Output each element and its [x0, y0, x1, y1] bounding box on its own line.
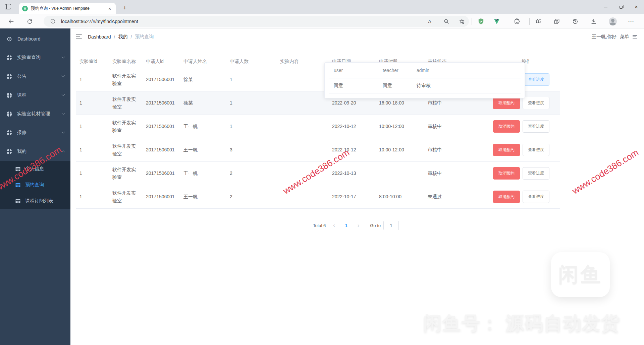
download-icon	[590, 18, 597, 25]
cell-applicant-name: 王一帆	[180, 190, 226, 203]
menu-icon[interactable]	[633, 35, 637, 39]
settings-menu-button[interactable]: ···	[627, 17, 636, 26]
cell-content	[277, 124, 329, 129]
refresh-button[interactable]	[25, 17, 34, 26]
cell-actions: 取消预约 查看进度	[490, 167, 560, 180]
chevron-down-icon	[62, 74, 65, 77]
cell-time: 10:00-12:00	[376, 143, 424, 156]
breadcrumb-dashboard[interactable]: Dashboard	[88, 34, 111, 40]
sidebar-item-dashboard[interactable]: Dashboard	[0, 29, 70, 48]
favorites-bar-button[interactable]	[534, 17, 543, 26]
tab-title: 预约查询 - Vue Admin Template	[31, 6, 107, 11]
vue-devtools-extension-button[interactable]	[492, 17, 501, 26]
sidebar-item-label: Dashboard	[17, 36, 41, 42]
chevron-down-icon	[62, 130, 65, 133]
cancel-appointment-button[interactable]: 取消预约	[493, 120, 520, 133]
sidebar-item-announcement[interactable]: 公告	[0, 67, 70, 86]
column-header-lab-id: 实验室id	[76, 57, 109, 66]
popover-header-user: user	[329, 68, 378, 73]
table-icon	[15, 183, 20, 187]
breadcrumb-mine[interactable]: 我的	[118, 34, 127, 40]
cell-lab-id: 1	[76, 143, 109, 156]
page-number-1[interactable]: 1	[345, 223, 347, 228]
view-progress-button[interactable]: 查看进度	[523, 167, 549, 180]
sidebar-item-label: 实验室耗材管理	[17, 111, 50, 117]
puzzle-icon	[514, 18, 520, 25]
browser-tab[interactable]: V 预约查询 - Vue Admin Template ×	[19, 3, 116, 14]
cell-applicant-id: 20171506001	[143, 73, 180, 86]
site-info-icon[interactable]	[48, 17, 58, 26]
cell-status: 审核中	[424, 167, 490, 180]
collections-button[interactable]	[552, 17, 561, 26]
view-progress-button[interactable]: 查看进度	[523, 191, 549, 203]
navbar-user-area: 王一帆,你好 菜单	[592, 34, 637, 40]
cell-lab-name: 软件开发实验室	[109, 163, 143, 184]
cell-applicant-id: 20171506001	[143, 190, 180, 203]
view-progress-button[interactable]: 查看进度	[523, 120, 549, 133]
address-bar[interactable]: localhost:9527/#/my/findAppointment A	[44, 16, 469, 27]
close-button[interactable]: ×	[629, 0, 644, 14]
prev-page-button[interactable]: ‹	[331, 222, 337, 228]
sidebar-item-lab-materials[interactable]: 实验室耗材管理	[0, 105, 70, 123]
popover-header-teacher: teacher	[378, 68, 412, 73]
hamburger-icon[interactable]	[76, 34, 82, 39]
breadcrumb-separator: /	[114, 34, 115, 40]
toolbar-divider	[472, 18, 472, 25]
cell-applicant-id: 20171506001	[143, 143, 180, 156]
sidebar-item-course[interactable]: 课程	[0, 86, 70, 105]
sidebar-item-lab-query[interactable]: 实验室查询	[0, 48, 70, 67]
url-text[interactable]: localhost:9527/#/my/findAppointment	[61, 19, 465, 24]
read-aloud-icon[interactable]: A	[425, 17, 435, 26]
toolbar-divider	[529, 18, 530, 25]
cancel-appointment-button[interactable]: 取消预约	[493, 144, 520, 156]
cell-content	[277, 194, 329, 200]
sidebar-item-course-subscriptions[interactable]: 课程订阅列表	[0, 193, 70, 209]
next-page-button[interactable]: ›	[356, 222, 361, 228]
minimize-button[interactable]	[598, 0, 613, 14]
add-favorite-icon[interactable]	[457, 17, 467, 26]
zoom-out-icon[interactable]	[441, 17, 451, 26]
view-progress-button[interactable]: 查看进度	[523, 73, 549, 86]
cell-status: 审核中	[424, 143, 490, 156]
tab-actions-icon[interactable]	[5, 4, 11, 9]
goto-page-input[interactable]	[383, 221, 399, 230]
cell-time	[376, 171, 424, 176]
cell-lab-id: 1	[76, 120, 109, 133]
xianyu-logo: 闲鱼	[551, 252, 610, 297]
cell-lab-name: 软件开发实验室	[109, 93, 143, 113]
view-progress-button[interactable]: 查看进度	[523, 97, 549, 109]
extensions-button[interactable]	[513, 17, 521, 26]
cell-content	[277, 100, 329, 106]
cell-date: 2022-09-20	[329, 96, 376, 109]
avatar	[609, 17, 617, 25]
cell-lab-id: 1	[76, 96, 109, 109]
xianyu-watermark-text: 闲鱼号： 源码自动发货	[423, 311, 620, 336]
tab-close-icon[interactable]: ×	[107, 6, 113, 12]
vue-favicon-icon: V	[22, 6, 28, 11]
user-menu-button[interactable]: 菜单	[620, 34, 629, 40]
view-progress-button[interactable]: 查看进度	[523, 144, 549, 156]
cell-time: 10:00-12:00	[376, 120, 424, 133]
table-row: 1 软件开发实验室 20171506001 王一帆 3 2022-10-12 1…	[76, 138, 560, 162]
cell-people: 2	[226, 167, 277, 180]
browser-titlebar: V 预约查询 - Vue Admin Template × + ×	[0, 0, 644, 14]
cancel-appointment-button[interactable]: 取消预约	[493, 97, 520, 109]
adguard-extension-button[interactable]	[477, 17, 485, 26]
cancel-appointment-button[interactable]: 取消预约	[493, 191, 520, 203]
downloads-button[interactable]	[589, 17, 598, 26]
back-button[interactable]	[7, 17, 15, 26]
breadcrumb: Dashboard / 我的 / 预约查询	[88, 34, 154, 40]
cell-actions: 取消预约 查看进度	[490, 191, 560, 203]
cancel-appointment-button[interactable]: 取消预约	[493, 167, 520, 180]
cell-applicant-name: 王一帆	[180, 167, 226, 180]
cell-date: 2022-10-17	[329, 190, 376, 203]
maximize-button[interactable]	[613, 0, 629, 14]
cell-applicant-name: 王一帆	[180, 143, 226, 156]
profile-button[interactable]	[608, 17, 617, 26]
new-tab-button[interactable]: +	[120, 3, 129, 13]
cell-people: 1	[226, 73, 277, 86]
minimize-icon	[604, 7, 607, 7]
history-button[interactable]	[571, 17, 580, 26]
cell-people: 2	[226, 190, 277, 203]
sidebar-item-repair[interactable]: 报修	[0, 123, 70, 142]
